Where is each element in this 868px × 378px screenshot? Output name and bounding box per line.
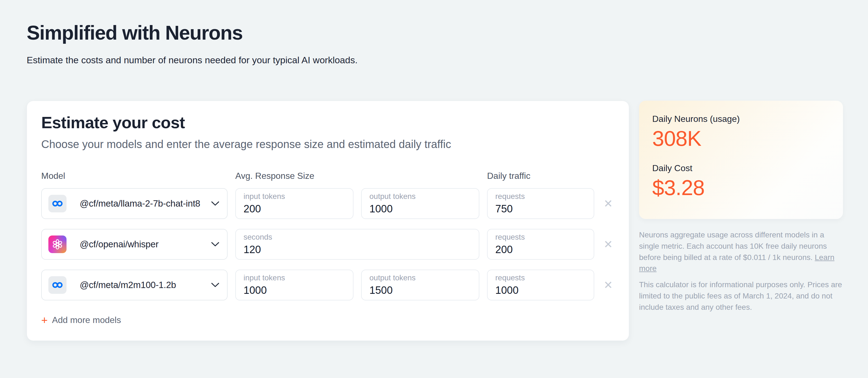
daily-cost-value: $3.28 bbox=[652, 177, 830, 199]
page-subtitle: Estimate the costs and number of neurons… bbox=[27, 55, 843, 65]
requests-input[interactable] bbox=[495, 203, 586, 215]
column-header-daily-traffic: Daily traffic bbox=[487, 171, 594, 181]
estimate-card-subtitle: Choose your models and enter the average… bbox=[41, 138, 615, 150]
requests-input[interactable] bbox=[495, 244, 586, 256]
column-header-response-size: Avg. Response Size bbox=[235, 171, 353, 181]
field-label: seconds bbox=[244, 233, 471, 241]
requests-field[interactable]: requests bbox=[487, 188, 594, 219]
input-tokens-input[interactable] bbox=[244, 285, 345, 296]
neurons-note-text: Neurons aggregate usage across different… bbox=[639, 231, 827, 262]
neurons-note: Neurons aggregate usage across different… bbox=[639, 229, 843, 274]
model-row-1: @cf/meta/llama-2-7b-chat-int8 input toke… bbox=[41, 188, 615, 219]
model-select-whisper[interactable]: @cf/openai/whisper bbox=[41, 229, 227, 260]
input-tokens-field[interactable]: input tokens bbox=[235, 188, 353, 219]
model-name: @cf/meta/llama-2-7b-chat-int8 bbox=[80, 198, 208, 209]
openai-logo-icon bbox=[49, 235, 66, 253]
model-row-2: @cf/openai/whisper seconds requests ✕ bbox=[41, 229, 615, 260]
column-header-model: Model bbox=[41, 171, 227, 181]
seconds-field[interactable]: seconds bbox=[235, 229, 479, 260]
chevron-down-icon bbox=[211, 201, 219, 206]
requests-input[interactable] bbox=[495, 285, 586, 296]
output-tokens-field[interactable]: output tokens bbox=[361, 188, 479, 219]
meta-logo-icon bbox=[49, 195, 66, 212]
field-label: requests bbox=[495, 273, 586, 282]
content-row: Estimate your cost Choose your models an… bbox=[27, 101, 843, 341]
model-select-m2m100[interactable]: @cf/meta/m2m100-1.2b bbox=[41, 270, 227, 300]
chevron-down-icon bbox=[211, 283, 219, 288]
output-tokens-input[interactable] bbox=[369, 285, 471, 296]
remove-row-button[interactable]: ✕ bbox=[602, 198, 613, 209]
output-tokens-field[interactable]: output tokens bbox=[361, 270, 479, 300]
plus-icon: + bbox=[41, 315, 48, 326]
field-label: requests bbox=[495, 233, 586, 241]
model-select-llama[interactable]: @cf/meta/llama-2-7b-chat-int8 bbox=[41, 188, 227, 219]
add-more-models-label: Add more models bbox=[52, 315, 121, 325]
disclaimer-note: This calculator is for informational pur… bbox=[639, 279, 843, 313]
field-label: output tokens bbox=[369, 192, 471, 201]
column-headers: Model Avg. Response Size Daily traffic bbox=[41, 171, 615, 181]
model-name: @cf/meta/m2m100-1.2b bbox=[80, 280, 208, 290]
model-name: @cf/openai/whisper bbox=[80, 239, 208, 250]
add-more-models-button[interactable]: + Add more models bbox=[41, 315, 121, 326]
requests-field[interactable]: requests bbox=[487, 270, 594, 300]
estimate-card-title: Estimate your cost bbox=[41, 113, 615, 132]
field-label: requests bbox=[495, 192, 586, 201]
summary-column: Daily Neurons (usage) 308K Daily Cost $3… bbox=[639, 101, 843, 313]
field-label: input tokens bbox=[244, 273, 345, 282]
page: Simplified with Neurons Estimate the cos… bbox=[0, 0, 868, 341]
field-label: input tokens bbox=[244, 192, 345, 201]
input-tokens-input[interactable] bbox=[244, 203, 345, 215]
remove-row-button[interactable]: ✕ bbox=[602, 239, 613, 250]
summary-card: Daily Neurons (usage) 308K Daily Cost $3… bbox=[639, 101, 843, 219]
estimate-card: Estimate your cost Choose your models an… bbox=[27, 101, 629, 341]
field-label: output tokens bbox=[369, 273, 471, 282]
output-tokens-input[interactable] bbox=[369, 203, 471, 215]
page-title: Simplified with Neurons bbox=[27, 22, 843, 44]
daily-cost-label: Daily Cost bbox=[652, 163, 830, 173]
meta-logo-icon bbox=[49, 276, 66, 294]
remove-row-button[interactable]: ✕ bbox=[602, 280, 613, 291]
model-row-3: @cf/meta/m2m100-1.2b input tokens output… bbox=[41, 270, 615, 300]
requests-field[interactable]: requests bbox=[487, 229, 594, 260]
input-tokens-field[interactable]: input tokens bbox=[235, 270, 353, 300]
chevron-down-icon bbox=[211, 242, 219, 247]
seconds-input[interactable] bbox=[244, 244, 471, 256]
daily-neurons-label: Daily Neurons (usage) bbox=[652, 114, 830, 124]
daily-neurons-value: 308K bbox=[652, 127, 830, 150]
